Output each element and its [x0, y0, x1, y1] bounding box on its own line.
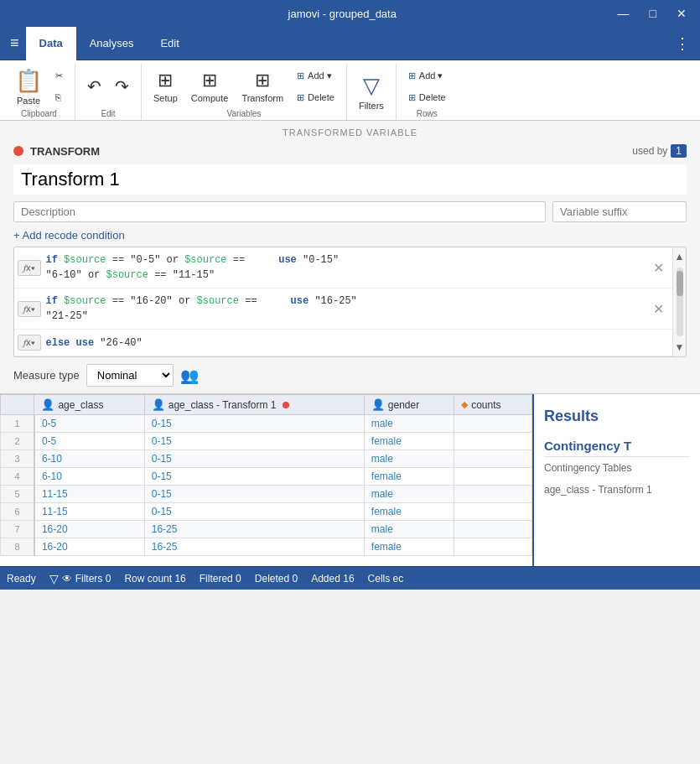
- compute-button[interactable]: ⊞ Compute: [186, 65, 234, 108]
- cell-counts[interactable]: [454, 486, 532, 503]
- titlebar-title: jamovi - grouped_data: [74, 8, 611, 20]
- cell-counts[interactable]: [454, 521, 532, 538]
- transform-button[interactable]: ⊞ Transform: [236, 65, 288, 108]
- row-number: 3: [1, 450, 34, 468]
- cut-button[interactable]: ✂: [50, 65, 68, 86]
- measure-type-select[interactable]: Nominal Ordinal Continuous ID: [86, 364, 174, 387]
- col-header-age-class[interactable]: 👤 age_class: [34, 395, 144, 415]
- ribbon-variables-group: ⊞ Setup ⊞ Compute ⊞ Transform ⊞ Add ▾ ⊞ …: [142, 64, 347, 120]
- filters-button[interactable]: ▽ Filters: [354, 70, 389, 114]
- row-number: 8: [1, 538, 34, 556]
- scroll-down-button[interactable]: ▼: [673, 338, 687, 356]
- undo-redo-buttons: ↶ ↷: [82, 64, 134, 109]
- cell-counts[interactable]: [454, 433, 532, 450]
- rows-buttons: ⊞ Add ▾ ⊞ Delete: [403, 64, 451, 109]
- col-header-gender[interactable]: 👤 gender: [364, 395, 454, 415]
- table-row[interactable]: 4 6-10 0-15 female: [1, 468, 532, 486]
- cell-gender[interactable]: female: [364, 468, 454, 486]
- cell-age-class[interactable]: 0-5: [34, 415, 144, 433]
- table-row[interactable]: 8 16-20 16-25 female: [1, 538, 532, 556]
- table-row[interactable]: 3 6-10 0-15 male: [1, 450, 532, 468]
- cell-age-class[interactable]: 6-10: [34, 450, 144, 468]
- status-deleted: Deleted 0: [255, 573, 298, 585]
- cell-age-class[interactable]: 16-20: [34, 538, 144, 556]
- menu-tab-data[interactable]: Data: [26, 27, 76, 60]
- cell-counts[interactable]: [454, 468, 532, 486]
- status-filtered: Filtered 0: [200, 573, 241, 585]
- col-header-age-class-transform[interactable]: 👤 age_class - Transform 1: [144, 395, 364, 415]
- menu-tab-analyses[interactable]: Analyses: [76, 27, 148, 60]
- row-number-header: [1, 395, 34, 415]
- transform-fields: [13, 201, 687, 222]
- edit-label: Edit: [101, 109, 115, 120]
- variables-delete-button[interactable]: ⊞ Delete: [292, 87, 340, 107]
- titlebar-controls: — □ ✕: [611, 5, 693, 22]
- data-area: 👤 age_class 👤 age_class - Transform 1: [0, 394, 700, 566]
- transform-panel: TRANSFORMED VARIABLE TRANSFORM used by 1…: [0, 121, 700, 394]
- redo-button[interactable]: ↷: [110, 76, 134, 96]
- table-row[interactable]: 6 11-15 0-15 female: [1, 503, 532, 521]
- cell-age-class[interactable]: 16-20: [34, 521, 144, 538]
- fx-button-2[interactable]: 𝑓x▾: [18, 301, 41, 317]
- transform-name-input[interactable]: [13, 164, 687, 195]
- cell-age-class[interactable]: 11-15: [34, 503, 144, 521]
- cell-counts[interactable]: [454, 538, 532, 556]
- add-recode-button[interactable]: + Add recode condition: [13, 229, 687, 242]
- cell-counts[interactable]: [454, 450, 532, 468]
- cell-age-class[interactable]: 11-15: [34, 486, 144, 503]
- cell-gender[interactable]: female: [364, 538, 454, 556]
- ribbon-filters-group: ▽ Filters: [347, 64, 397, 120]
- cell-age-class-transform[interactable]: 0-15: [144, 503, 364, 521]
- maximize-button[interactable]: □: [643, 5, 663, 22]
- results-item-1: Contingency Tables: [534, 457, 700, 479]
- cell-age-class-transform[interactable]: 0-15: [144, 486, 364, 503]
- cell-age-class-transform[interactable]: 0-15: [144, 415, 364, 433]
- minimize-button[interactable]: —: [611, 5, 636, 22]
- transform-indicator: [13, 146, 23, 156]
- copy-button[interactable]: ⎘: [50, 87, 68, 107]
- cell-gender[interactable]: male: [364, 521, 454, 538]
- paste-button[interactable]: 📋 Paste: [10, 65, 47, 108]
- cell-gender[interactable]: female: [364, 433, 454, 450]
- cell-age-class-transform[interactable]: 16-25: [144, 521, 364, 538]
- rows-add-button[interactable]: ⊞ Add ▾: [403, 65, 451, 86]
- delete-condition-1-button[interactable]: ✕: [648, 258, 669, 278]
- cell-counts[interactable]: [454, 503, 532, 521]
- scroll-up-button[interactable]: ▲: [673, 247, 687, 266]
- cell-age-class-transform[interactable]: 0-15: [144, 468, 364, 486]
- cell-age-class[interactable]: 0-5: [34, 433, 144, 450]
- cell-age-class[interactable]: 6-10: [34, 468, 144, 486]
- filter-icon: ▽: [363, 73, 380, 99]
- variables-buttons: ⊞ Setup ⊞ Compute ⊞ Transform ⊞ Add ▾ ⊞ …: [148, 64, 340, 109]
- hamburger-button[interactable]: ≡: [3, 31, 26, 55]
- cell-gender[interactable]: male: [364, 415, 454, 433]
- table-row[interactable]: 5 11-15 0-15 male: [1, 486, 532, 503]
- vertical-scrollbar[interactable]: ▲ ▼: [672, 247, 686, 356]
- menu-more-button[interactable]: ⋮: [668, 31, 697, 56]
- fx-button-3[interactable]: 𝑓x▾: [18, 335, 41, 351]
- suffix-input[interactable]: [552, 201, 687, 222]
- cell-age-class-transform[interactable]: 0-15: [144, 433, 364, 450]
- filters-buttons: ▽ Filters: [354, 64, 389, 120]
- table-row[interactable]: 1 0-5 0-15 male: [1, 415, 532, 433]
- cell-gender[interactable]: male: [364, 450, 454, 468]
- cell-age-class-transform[interactable]: 16-25: [144, 538, 364, 556]
- setup-button[interactable]: ⊞ Setup: [148, 65, 183, 108]
- fx-button-1[interactable]: 𝑓x▾: [18, 260, 41, 276]
- row-number: 5: [1, 486, 34, 503]
- status-cells: Cells ec: [368, 573, 404, 585]
- close-button[interactable]: ✕: [670, 5, 693, 22]
- description-input[interactable]: [13, 201, 546, 222]
- delete-condition-2-button[interactable]: ✕: [648, 299, 669, 319]
- cell-gender[interactable]: female: [364, 503, 454, 521]
- undo-button[interactable]: ↶: [82, 76, 106, 96]
- table-row[interactable]: 2 0-5 0-15 female: [1, 433, 532, 450]
- cell-counts[interactable]: [454, 415, 532, 433]
- variables-add-button[interactable]: ⊞ Add ▾: [292, 65, 340, 86]
- col-header-counts[interactable]: ◆ counts: [454, 395, 532, 415]
- rows-delete-button[interactable]: ⊞ Delete: [403, 87, 451, 107]
- cell-gender[interactable]: male: [364, 486, 454, 503]
- cell-age-class-transform[interactable]: 0-15: [144, 450, 364, 468]
- menu-tab-edit[interactable]: Edit: [147, 27, 192, 60]
- table-row[interactable]: 7 16-20 16-25 male: [1, 521, 532, 538]
